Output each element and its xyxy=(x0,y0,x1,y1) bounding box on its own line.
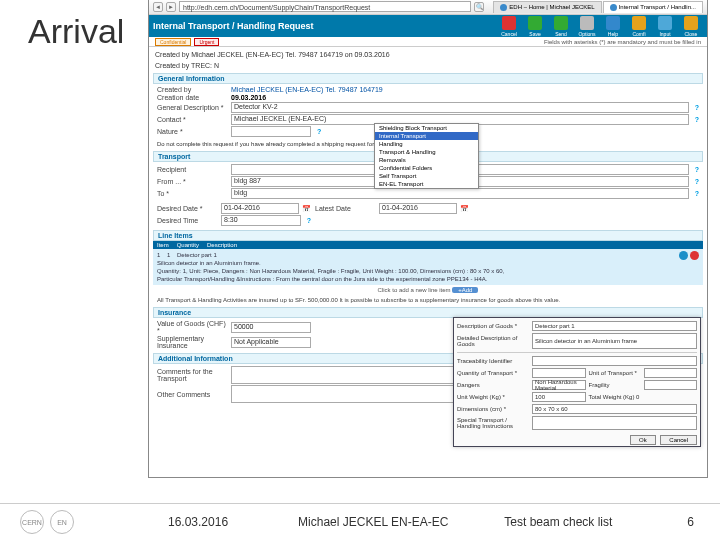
tab-strip: EDH – Home | Michael JECKEL Internal Tra… xyxy=(493,1,703,13)
recipient-label: Recipient xyxy=(157,166,227,173)
legend-row: Confidential Urgent Fields with asterisk… xyxy=(149,37,707,47)
toolbar-comfi[interactable]: Comfi xyxy=(627,16,651,37)
footer-page-number: 6 xyxy=(687,515,694,529)
line-item-dialog: Description of Goods * Detector part 1 D… xyxy=(453,317,701,447)
cern-logo-icon: CERN xyxy=(20,510,44,534)
supp-insurance-label: Supplementary Insurance xyxy=(157,335,227,349)
to-input[interactable]: bldg xyxy=(231,188,689,199)
help-icon[interactable]: ? xyxy=(695,104,699,111)
dialog-ok-button[interactable]: Ok xyxy=(630,435,656,445)
toolbar-buttons: Cancel Save Send Options Help Comfi Inpu… xyxy=(497,16,703,37)
back-button[interactable]: ◄ xyxy=(153,2,163,12)
mandatory-hint: Fields with asterisks (*) are mandatory … xyxy=(544,39,701,45)
nature-option[interactable]: Self Transport xyxy=(375,172,478,180)
toolbar-send[interactable]: Send xyxy=(549,16,573,37)
tab-label: Internal Transport / Handlin... xyxy=(619,1,696,13)
cancel-icon xyxy=(502,16,516,30)
footer-author: Michael JECKEL EN-EA-EC xyxy=(298,515,448,529)
add-line-item-row: Click to add a new line item +Add xyxy=(153,285,703,295)
toolbar-close[interactable]: Close xyxy=(679,16,703,37)
line-item-row[interactable]: 1 1 Detector part 1 Silicon detector in … xyxy=(153,249,703,285)
nature-option[interactable]: Internal Transport xyxy=(375,132,478,140)
slide-title: Arrival xyxy=(28,12,124,51)
send-icon xyxy=(554,16,568,30)
app-toolbar: Internal Transport / Handling Request Ca… xyxy=(149,15,707,37)
toolbar-help[interactable]: Help xyxy=(601,16,625,37)
from-label: From ... * xyxy=(157,178,227,185)
page-title: Internal Transport / Handling Request xyxy=(153,21,497,31)
dimensions-label: Dimensions (cm) * xyxy=(457,406,529,412)
help-icon[interactable]: ? xyxy=(695,116,699,123)
browser-chrome: ◄ ► http://edh.cern.ch/Document/SupplyCh… xyxy=(149,0,707,15)
nature-option[interactable]: EN-EL Transport xyxy=(375,180,478,188)
help-icon[interactable]: ? xyxy=(317,128,321,135)
url-bar[interactable]: http://edh.cern.ch/Document/SupplyChain/… xyxy=(179,1,471,12)
other-comments-label: Other Comments xyxy=(157,391,227,398)
latest-date-label: Latest Date xyxy=(315,205,375,212)
toolbar-input[interactable]: Input xyxy=(653,16,677,37)
dangers-select[interactable]: Non Hazardous Material xyxy=(532,380,586,390)
dangers-label: Dangers xyxy=(457,382,529,388)
nature-select[interactable] xyxy=(231,126,311,137)
toolbar-options[interactable]: Options xyxy=(575,16,599,37)
nature-option[interactable]: Confidential Folders xyxy=(375,164,478,172)
tab-edh-home[interactable]: EDH – Home | Michael JECKEL xyxy=(493,1,601,13)
calendar-icon[interactable]: 📅 xyxy=(460,205,469,213)
supp-insurance-select[interactable]: Not Applicable xyxy=(231,337,311,348)
dimensions-input[interactable]: 80 x 70 x 60 xyxy=(532,404,697,414)
comfi-icon xyxy=(632,16,646,30)
desired-date-label: Desired Date * xyxy=(157,205,217,212)
desc-goods-input[interactable]: Detector part 1 xyxy=(532,321,697,331)
nature-option[interactable]: Removals xyxy=(375,156,478,164)
to-label: To * xyxy=(157,190,227,197)
unit-weight-label: Unit Weight (Kg) * xyxy=(457,394,529,400)
search-button[interactable]: 🔍 xyxy=(474,2,484,12)
unit-transport-input[interactable] xyxy=(644,368,698,378)
desired-time-input[interactable]: 8:30 xyxy=(221,215,301,226)
desc-goods-label: Description of Goods * xyxy=(457,323,529,329)
value-goods-input[interactable]: 50000 xyxy=(231,322,311,333)
general-desc-input[interactable]: Detector KV-2 xyxy=(231,102,689,113)
section-line-items: Line Items xyxy=(153,230,703,241)
urgent-chip: Urgent xyxy=(194,38,219,46)
latest-date-input[interactable]: 01-04-2016 xyxy=(379,203,457,214)
help-icon[interactable]: ? xyxy=(695,178,699,185)
created-by-trec: Created by TREC: N xyxy=(153,60,703,71)
options-icon xyxy=(580,16,594,30)
toolbar-cancel[interactable]: Cancel xyxy=(497,16,521,37)
detailed-desc-input[interactable]: Silicon detector in an Aluminium frame xyxy=(532,333,697,349)
fragility-select[interactable] xyxy=(644,380,698,390)
toolbar-save[interactable]: Save xyxy=(523,16,547,37)
help-icon[interactable]: ? xyxy=(695,190,699,197)
confidential-chip: Confidential xyxy=(155,38,191,46)
trace-input[interactable] xyxy=(532,356,697,366)
delete-icon[interactable] xyxy=(690,251,699,260)
calendar-icon[interactable]: 📅 xyxy=(302,205,311,213)
nature-option[interactable]: Handling xyxy=(375,140,478,148)
trace-label: Traceability Identifier xyxy=(457,358,529,364)
tab-transport-request[interactable]: Internal Transport / Handlin... xyxy=(603,1,703,13)
nature-dropdown[interactable]: Shielding Block TransportInternal Transp… xyxy=(374,123,479,189)
forward-button[interactable]: ► xyxy=(166,2,176,12)
detailed-desc-label: Detailed Description of Goods xyxy=(457,335,529,347)
line-items-header: ItemQuantityDescription xyxy=(153,241,703,249)
nature-option[interactable]: Transport & Handling xyxy=(375,148,478,156)
add-line-item-button[interactable]: +Add xyxy=(452,287,478,293)
special-instr-label: Special Transport / Handling Instruction… xyxy=(457,417,529,429)
nature-option[interactable]: Shielding Block Transport xyxy=(375,124,478,132)
creation-date-label: Creation date xyxy=(157,94,227,101)
footer-date: 16.03.2016 xyxy=(168,515,228,529)
help-icon xyxy=(606,16,620,30)
unit-transport-label: Unit of Transport * xyxy=(589,370,641,376)
edit-icon[interactable] xyxy=(679,251,688,260)
special-instr-input[interactable] xyxy=(532,416,697,430)
created-by-line: Created by Michael JECKEL (EN-EA-EC) Tel… xyxy=(153,49,703,60)
help-icon[interactable]: ? xyxy=(695,166,699,173)
help-icon[interactable]: ? xyxy=(307,217,311,224)
unit-weight-input[interactable]: 100 xyxy=(532,392,586,402)
comments-transport-label: Comments for the Transport xyxy=(157,368,227,382)
dialog-cancel-button[interactable]: Cancel xyxy=(660,435,697,445)
desired-time-label: Desired Time xyxy=(157,217,217,224)
qty-transport-input[interactable] xyxy=(532,368,586,378)
desired-date-input[interactable]: 01-04-2016 xyxy=(221,203,299,214)
